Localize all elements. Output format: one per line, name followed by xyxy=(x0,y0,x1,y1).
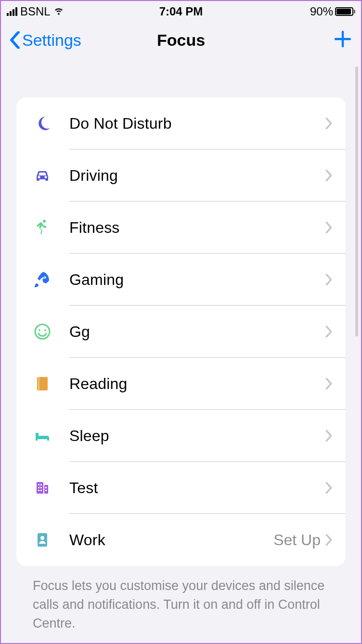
chevron-right-icon xyxy=(325,222,332,233)
nav-bar: Settings Focus xyxy=(1,22,361,63)
focus-row[interactable]: Driving xyxy=(16,149,346,201)
chevron-right-icon xyxy=(325,482,332,494)
scrollbar[interactable] xyxy=(355,67,358,336)
smile-icon xyxy=(33,322,52,341)
focus-list: Do Not DisturbDrivingFitnessGamingGgRead… xyxy=(16,97,346,566)
book-icon xyxy=(33,374,52,393)
cellular-signal-icon xyxy=(7,7,17,16)
focus-row[interactable]: Do Not Disturb xyxy=(16,97,346,149)
rocket-icon xyxy=(33,270,52,289)
focus-row-label: Test xyxy=(69,479,325,497)
status-bar: BSNL 7:04 PM 90% xyxy=(1,1,361,22)
focus-row[interactable]: Fitness xyxy=(16,201,346,254)
chevron-right-icon xyxy=(325,170,332,181)
content: Do Not DisturbDrivingFitnessGamingGgRead… xyxy=(1,63,361,633)
badge-icon xyxy=(33,530,52,550)
focus-row-label: Fitness xyxy=(69,219,325,237)
focus-row-label: Gaming xyxy=(69,271,325,289)
focus-row[interactable]: Reading xyxy=(16,358,346,410)
focus-row-label: Gg xyxy=(69,323,325,341)
chevron-right-icon xyxy=(325,274,332,285)
footer-text: Focus lets you customise your devices an… xyxy=(16,566,346,633)
focus-row-detail: Set Up xyxy=(273,531,321,549)
status-right: 90% xyxy=(203,5,355,18)
battery-percent-label: 90% xyxy=(310,5,333,18)
back-button[interactable]: Settings xyxy=(10,31,81,50)
wifi-icon xyxy=(53,5,64,18)
focus-row-label: Sleep xyxy=(69,427,325,445)
back-label: Settings xyxy=(22,31,81,50)
focus-row[interactable]: Gaming xyxy=(16,254,346,306)
moon-icon xyxy=(33,114,52,133)
focus-row[interactable]: Sleep xyxy=(16,410,346,462)
focus-row-label: Reading xyxy=(69,375,325,393)
chevron-right-icon xyxy=(325,430,332,442)
plus-icon xyxy=(333,29,352,49)
focus-row[interactable]: WorkSet Up xyxy=(16,514,346,566)
chevron-right-icon xyxy=(325,118,332,129)
chevron-right-icon xyxy=(325,378,332,389)
chevron-right-icon xyxy=(325,326,332,337)
add-button[interactable] xyxy=(333,29,352,51)
car-icon xyxy=(33,166,52,185)
battery-icon xyxy=(335,7,355,16)
status-time: 7:04 PM xyxy=(159,5,203,18)
focus-row[interactable]: Test xyxy=(16,462,346,514)
chevron-left-icon xyxy=(10,31,20,49)
status-left: BSNL xyxy=(7,5,159,18)
carrier-label: BSNL xyxy=(20,5,51,18)
building-icon xyxy=(33,478,52,497)
focus-row-label: Do Not Disturb xyxy=(69,115,325,133)
runner-icon xyxy=(33,218,52,237)
chevron-right-icon xyxy=(325,534,332,546)
focus-row-label: Work xyxy=(69,531,273,549)
focus-row-label: Driving xyxy=(69,167,325,185)
bed-icon xyxy=(33,426,52,445)
focus-row[interactable]: Gg xyxy=(16,306,346,358)
